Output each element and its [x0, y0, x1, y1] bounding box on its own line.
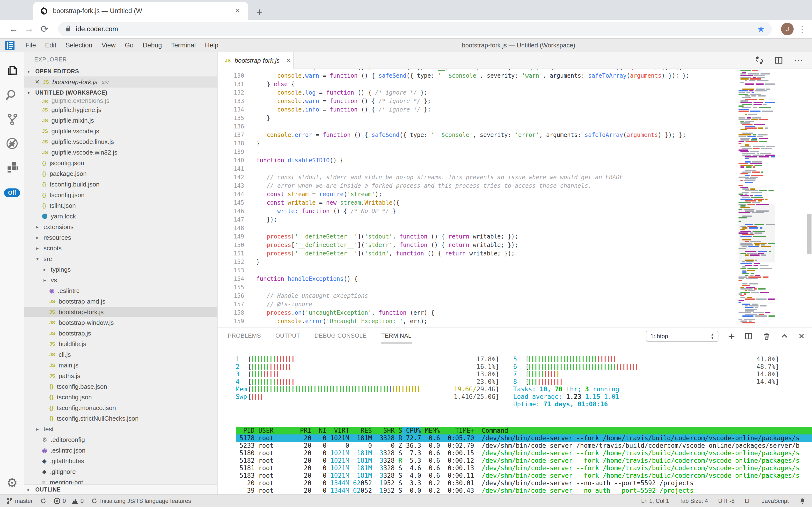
git-branch-status[interactable]: master	[6, 497, 33, 505]
tree-item-typings[interactable]: ▸typings	[24, 264, 217, 275]
tree-item-src[interactable]: ▾src	[24, 253, 217, 264]
tree-item-gulpfile.hygiene.js[interactable]: JSgulpfile.hygiene.js	[24, 105, 217, 115]
process-row-5178[interactable]: 5178 root 20 0 1021M 181M 3328 R 72.7 0.…	[236, 435, 812, 442]
minimap-slider[interactable]	[739, 205, 775, 263]
search-icon[interactable]	[0, 83, 24, 107]
process-row-5182[interactable]: 5182 root 20 0 1021M 181M 3328 R 5.3 0.6…	[236, 457, 812, 464]
browser-tab-close-icon[interactable]: ✕	[233, 7, 242, 15]
tree-item-resources[interactable]: ▸resources	[24, 232, 217, 243]
workspace-header[interactable]: ▾ UNTITLED (WORKSPACE)	[24, 88, 217, 98]
tree-item-.gitattributes[interactable]: ◆.gitattributes	[24, 456, 217, 466]
tree-item-tsconfig.json[interactable]: {}tsconfig.json	[24, 392, 217, 402]
tree-item-main.js[interactable]: JSmain.js	[24, 360, 217, 371]
process-row-5180[interactable]: 5180 root 20 0 1021M 181M 3328 S 7.3 0.6…	[236, 449, 812, 457]
editor-scrollbar[interactable]	[807, 214, 812, 254]
language-mode[interactable]: JavaScript	[762, 498, 789, 504]
panel-tab-output[interactable]: OUTPUT	[275, 329, 301, 343]
tree-item-bootstrap-amd.js[interactable]: JSbootstrap-amd.js	[24, 296, 217, 307]
tree-item-scripts[interactable]: ▸scripts	[24, 243, 217, 253]
tree-item-tsconfig.build.json[interactable]: {}tsconfig.build.json	[24, 179, 217, 190]
minimap[interactable]	[739, 69, 775, 328]
tree-item-buildfile.js[interactable]: JSbuildfile.js	[24, 339, 217, 349]
explorer-icon[interactable]	[0, 59, 24, 83]
debug-disabled-icon[interactable]	[0, 131, 24, 156]
source-control-icon[interactable]	[0, 107, 24, 131]
tree-item-.eslintrc.json[interactable]: ◉.eslintrc.json	[24, 445, 217, 456]
browser-menu-icon[interactable]: ⋮	[798, 24, 806, 34]
process-row-5183[interactable]: 5183 root 20 0 1021M 181M 3328 S 4.0 0.6…	[236, 472, 812, 480]
forward-button[interactable]: →	[21, 24, 37, 34]
editor-tab[interactable]: JS bootstrap-fork.js ✕	[217, 52, 294, 69]
panel-tab-terminal[interactable]: TERMINAL	[381, 329, 412, 343]
open-editors-header[interactable]: ▾ OPEN EDITORS	[24, 66, 217, 76]
settings-gear-icon[interactable]: ⚙	[6, 475, 18, 490]
tree-item-tsconfig.strictNullChecks.json[interactable]: {}tsconfig.strictNullChecks.json	[24, 413, 217, 424]
refresh-button[interactable]: ⟳	[37, 24, 52, 34]
tree-item-.mention-bot[interactable]: ≡.mention-bot	[24, 477, 217, 484]
code-editor[interactable]: 129 console.log = function () { safeSend…	[217, 69, 812, 328]
extensions-icon[interactable]	[0, 156, 24, 180]
tree-item-.eslintrc[interactable]: ◉.eslintrc	[24, 285, 217, 296]
back-button[interactable]: ←	[6, 24, 21, 34]
process-row-39[interactable]: 39 root 20 0 1344M 62052 1952 S 0.0 0.2 …	[236, 487, 812, 494]
tree-item-tsconfig.base.json[interactable]: {}tsconfig.base.json	[24, 381, 217, 392]
tree-item-.gitignore[interactable]: ◆.gitignore	[24, 466, 217, 477]
new-terminal-icon[interactable]: +	[728, 330, 735, 343]
tree-item-vs[interactable]: ▸vs	[24, 275, 217, 285]
tree-item-paths.js[interactable]: JSpaths.js	[24, 371, 217, 381]
menu-item-selection[interactable]: Selection	[61, 42, 97, 49]
tree-item-gulpfile.extensions.js[interactable]: JSgulpfile.extensions.js	[24, 99, 217, 105]
process-row-5233[interactable]: 5233 root 20 0 0 0 0 Z 36.3 0.0 0:02.79 …	[236, 442, 812, 449]
encoding[interactable]: UTF-8	[718, 498, 735, 504]
maximize-panel-icon[interactable]	[780, 332, 789, 340]
tree-item-bootstrap-fork.js[interactable]: JSbootstrap-fork.js	[24, 307, 217, 317]
split-editor-icon[interactable]	[774, 56, 783, 65]
tree-item-gulpfile.vscode.js[interactable]: JSgulpfile.vscode.js	[24, 126, 217, 136]
bookmark-star-icon[interactable]: ★	[757, 24, 765, 34]
url-bar[interactable]: ide.coder.com ★	[58, 22, 772, 36]
tree-item-jsconfig.json[interactable]: {}jsconfig.json	[24, 158, 217, 168]
panel-tab-debug-console[interactable]: DEBUG CONSOLE	[314, 329, 367, 343]
tree-item-bootstrap-window.js[interactable]: JSbootstrap-window.js	[24, 317, 217, 328]
htop-table-header[interactable]: PID USER PRI NI VIRT RES SHR S CPU% MEM%…	[236, 427, 812, 435]
tree-item-tsconfig.json[interactable]: {}tsconfig.json	[24, 190, 217, 200]
tree-item-bootstrap.js[interactable]: JSbootstrap.js	[24, 328, 217, 339]
tree-item-tslint.json[interactable]: {}tslint.json	[24, 200, 217, 211]
tree-item-package.json[interactable]: {}package.json	[24, 168, 217, 179]
cursor-position[interactable]: Ln 1, Col 1	[641, 498, 669, 504]
split-terminal-icon[interactable]	[745, 332, 753, 340]
tree-item-gulpfile.vscode.linux.js[interactable]: JSgulpfile.vscode.linux.js	[24, 136, 217, 147]
problems-status[interactable]: ✕ 0 0	[54, 498, 84, 504]
menu-item-help[interactable]: Help	[200, 42, 223, 49]
more-actions-icon[interactable]: ⋯	[794, 58, 803, 63]
tree-item-test[interactable]: ▸test	[24, 424, 217, 435]
sync-status[interactable]	[40, 498, 47, 504]
menu-item-edit[interactable]: Edit	[41, 42, 61, 49]
language-status-message[interactable]: Initializing JS/TS language features	[91, 498, 191, 504]
kill-terminal-icon[interactable]	[762, 332, 771, 340]
panel-tab-problems[interactable]: PROBLEMS	[227, 329, 261, 343]
tree-item-cli.js[interactable]: JScli.js	[24, 349, 217, 360]
menu-item-terminal[interactable]: Terminal	[167, 42, 200, 49]
tree-item-yarn.lock[interactable]: yarn.lock	[24, 211, 217, 222]
process-row-20[interactable]: 20 root 20 0 1344M 62052 1952 S 3.3 0.2 …	[236, 480, 812, 487]
open-changes-icon[interactable]	[755, 56, 764, 65]
tree-item-extensions[interactable]: ▸extensions	[24, 222, 217, 232]
tab-size[interactable]: Tab Size: 4	[679, 498, 708, 504]
close-panel-icon[interactable]: ✕	[798, 332, 805, 341]
tree-item-gulpfile.vscode.win32.js[interactable]: JSgulpfile.vscode.win32.js	[24, 147, 217, 158]
new-tab-button[interactable]: +	[256, 7, 263, 17]
browser-tab[interactable]: bootstrap-fork.js — Untitled (W ✕	[33, 2, 248, 20]
process-row-5181[interactable]: 5181 root 20 0 1021M 181M 3328 S 4.6 0.6…	[236, 464, 812, 472]
notifications-bell-icon[interactable]	[799, 498, 806, 504]
terminal[interactable]: 1[17.8%]2[16.1%]3[13.8%]4[23.0%]Mem[19.6…	[217, 344, 812, 494]
open-editor-item[interactable]: ✕ JS bootstrap-fork.js src	[24, 76, 217, 88]
tree-item-tsconfig.monaco.json[interactable]: {}tsconfig.monaco.json	[24, 402, 217, 413]
outline-header[interactable]: ▸ OUTLINE	[24, 484, 217, 494]
tree-item-gulpfile.mixin.js[interactable]: JSgulpfile.mixin.js	[24, 115, 217, 126]
eol[interactable]: LF	[745, 498, 752, 504]
menu-item-go[interactable]: Go	[120, 42, 138, 49]
close-icon[interactable]: ✕	[35, 78, 40, 86]
menu-item-file[interactable]: File	[21, 42, 41, 49]
menu-item-view[interactable]: View	[97, 42, 120, 49]
